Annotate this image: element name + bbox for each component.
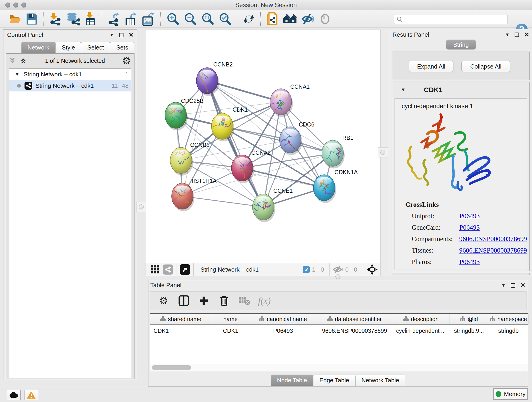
- scrollbar-thumb[interactable]: [152, 365, 191, 370]
- network-node-HIST1H1A[interactable]: [162, 183, 194, 211]
- expand-all-tree-icon[interactable]: [9, 57, 17, 64]
- splitter-handle[interactable]: [139, 204, 144, 210]
- table-options-gear-icon[interactable]: ⚙: [157, 294, 170, 307]
- import-network-from-file-button[interactable]: [49, 12, 61, 26]
- network-node-CCNE1[interactable]: [253, 194, 275, 222]
- tree-expander-icon[interactable]: ▼: [15, 72, 19, 77]
- table-cell: stringdb:9...: [450, 325, 488, 337]
- zoom-fit-button[interactable]: [201, 12, 214, 26]
- column-header-namespace[interactable]: namespace: [488, 314, 529, 324]
- panel-close-icon[interactable]: ✕: [128, 32, 133, 38]
- splitter-handle[interactable]: [336, 274, 341, 279]
- panel-collapse-icon[interactable]: ▼: [109, 32, 114, 38]
- crosslink-link[interactable]: P06493: [459, 212, 480, 220]
- column-header-name[interactable]: name: [212, 314, 249, 324]
- eye-slash-icon: [302, 13, 315, 25]
- show-hide-graphics-button[interactable]: [302, 12, 315, 26]
- table-horizontal-scrollbar[interactable]: [150, 364, 528, 371]
- network-node-label: CDKN1A: [335, 169, 358, 175]
- column-header-canonical-name[interactable]: canonical name: [249, 314, 317, 324]
- panel-close-icon[interactable]: ✕: [524, 31, 529, 38]
- network-node-CCNA1[interactable]: [270, 87, 293, 117]
- selected-checkbox-icon[interactable]: [303, 266, 310, 273]
- results-tab-string[interactable]: String: [446, 41, 476, 48]
- update-button[interactable]: [243, 12, 255, 26]
- panel-close-icon[interactable]: ✕: [520, 282, 525, 289]
- network-tree-parent-row[interactable]: ▼ String Network – cdk1 1: [9, 69, 131, 80]
- search-input[interactable]: [404, 16, 505, 22]
- table-header-row: shared namenamecanonical namedatabase id…: [150, 314, 528, 325]
- network-node-CCNB2[interactable]: [188, 67, 219, 96]
- crosslink-link[interactable]: P06493: [459, 258, 480, 266]
- collapse-all-tree-icon[interactable]: [20, 57, 28, 64]
- export-table-button[interactable]: [125, 12, 138, 26]
- tab-node-table[interactable]: Node Table: [271, 375, 313, 386]
- network-share-view-icon[interactable]: [163, 264, 173, 274]
- grid-view-icon[interactable]: [151, 265, 160, 274]
- nested-networks-button[interactable]: [283, 12, 297, 26]
- delete-table-icon[interactable]: [238, 294, 251, 307]
- warnings-button[interactable]: [24, 390, 38, 400]
- cloud-button[interactable]: [7, 390, 21, 400]
- separator: [363, 263, 363, 276]
- import-network-from-database-button[interactable]: [66, 12, 80, 26]
- network-tree-child-row[interactable]: String Network – cdk1 11 48: [9, 80, 131, 91]
- network-node-CDKN1A[interactable]: [313, 175, 336, 203]
- network-edge-CCNB2-CCNE1[interactable]: [207, 81, 263, 207]
- panel-float-icon[interactable]: [515, 32, 519, 37]
- new-network-from-selection-button[interactable]: [266, 12, 278, 26]
- expand-all-button[interactable]: Expand All: [409, 61, 453, 72]
- table-row[interactable]: CDK1CDK1P064939606.ENSP00000378699cyclin…: [150, 325, 528, 337]
- crosslink-link[interactable]: P06493: [459, 224, 480, 231]
- network-options-gear-icon[interactable]: ⚙: [122, 56, 131, 66]
- eye-disabled-icon: [319, 13, 331, 25]
- crosslink-link[interactable]: 9606.ENSP00000378699: [459, 235, 527, 243]
- export-image-button[interactable]: [142, 12, 155, 26]
- save-session-button[interactable]: [26, 12, 38, 26]
- gene-section-header[interactable]: ▼ CDK1: [392, 82, 530, 98]
- birdseye-view-icon[interactable]: [180, 264, 190, 275]
- tab-network[interactable]: Network: [21, 42, 56, 53]
- collapse-all-button[interactable]: Collapse All: [462, 61, 510, 72]
- selected-counts: 1 - 0: [312, 266, 324, 273]
- hidden-eye-slash-icon[interactable]: [333, 265, 343, 274]
- apply-function-button[interactable]: f(x): [258, 294, 271, 307]
- section-expander-icon[interactable]: ▼: [401, 87, 405, 92]
- column-header-description[interactable]: description: [392, 314, 450, 324]
- panel-float-icon[interactable]: [119, 33, 123, 37]
- network-node-CCNB1[interactable]: [170, 142, 193, 176]
- network-view-title: String Network – cdk1: [201, 266, 303, 273]
- export-network-button[interactable]: [108, 12, 120, 26]
- open-session-button[interactable]: [9, 12, 22, 26]
- show-columns-icon[interactable]: [177, 294, 190, 307]
- column-header-database-identifier[interactable]: database identifier: [317, 314, 392, 324]
- column-header-shared-name[interactable]: shared name: [150, 314, 212, 324]
- import-table-from-file-button[interactable]: [85, 12, 96, 26]
- table-cell: CDK1: [150, 325, 212, 337]
- eye-disabled-button[interactable]: [319, 12, 331, 26]
- column-header--id[interactable]: @id: [450, 314, 488, 324]
- zoom-out-button[interactable]: [184, 12, 196, 26]
- crosslink-row: Uniprot:P06493: [412, 212, 527, 220]
- panel-collapse-icon[interactable]: ▼: [505, 32, 510, 37]
- tab-style[interactable]: Style: [56, 42, 81, 53]
- network-node-label: HIST1H1A: [189, 178, 217, 184]
- document-network-icon: [266, 12, 278, 26]
- tab-sets[interactable]: Sets: [110, 42, 134, 53]
- network-node-CCNA2[interactable]: [231, 155, 254, 183]
- tab-network-table[interactable]: Network Table: [355, 375, 405, 386]
- splitter-handle[interactable]: [380, 150, 385, 155]
- tab-edge-table[interactable]: Edge Table: [313, 375, 355, 386]
- delete-column-icon[interactable]: [218, 294, 230, 307]
- panel-collapse-icon[interactable]: ▼: [501, 283, 506, 288]
- fit-crosshair-icon[interactable]: [366, 264, 378, 275]
- network-edge-HIST1H1A-CCNE1[interactable]: [182, 196, 263, 207]
- memory-button[interactable]: Memory: [493, 388, 528, 400]
- zoom-selected-button[interactable]: [219, 12, 231, 26]
- network-canvas[interactable]: CCNB2CCNA1CDC25BCDK1CDC6RB1CCNB1CCNA2CDK…: [145, 30, 380, 263]
- crosslink-link[interactable]: 9606.ENSP00000378699: [459, 247, 527, 254]
- add-column-icon[interactable]: [197, 294, 210, 307]
- zoom-in-button[interactable]: [166, 12, 179, 26]
- tab-select[interactable]: Select: [81, 42, 110, 53]
- panel-float-icon[interactable]: [511, 283, 515, 288]
